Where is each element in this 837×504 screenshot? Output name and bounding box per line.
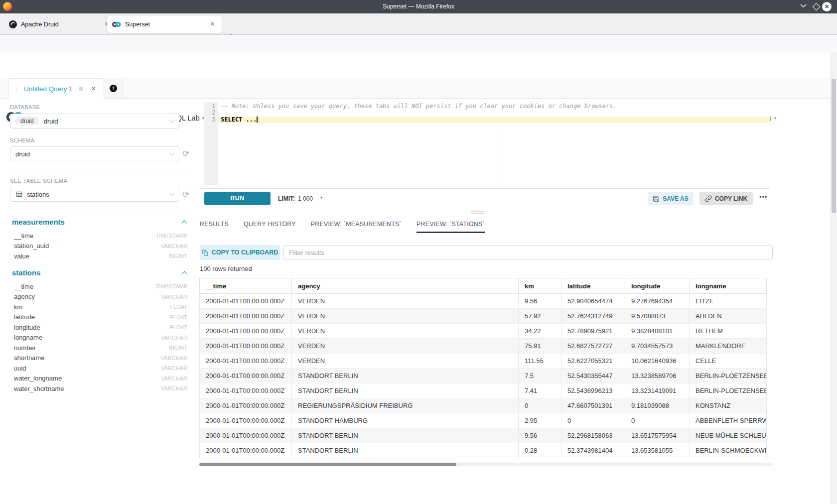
cell-longitude: 13.3231419091 bbox=[625, 383, 690, 398]
cell-km: 7.5 bbox=[519, 369, 561, 383]
column-header[interactable]: __time bbox=[200, 278, 292, 294]
collapse-chevron-icon[interactable] bbox=[181, 271, 187, 276]
cell-km: 2.95 bbox=[519, 413, 561, 428]
browser-tab-superset[interactable]: Superset ✕ bbox=[107, 15, 222, 33]
table-row[interactable]: 2000-01-01T00:00:00.000Z VERDEN 57.92 52… bbox=[200, 309, 767, 324]
new-query-tab-button[interactable]: + bbox=[104, 78, 123, 98]
column-name: __time bbox=[14, 232, 33, 240]
filter-results-input[interactable] bbox=[283, 245, 773, 260]
column-header[interactable]: longitude bbox=[625, 278, 690, 294]
copy-to-clipboard-button[interactable]: COPY TO CLIPBOARD bbox=[200, 245, 280, 260]
column-type: FLOAT bbox=[170, 324, 187, 330]
cell-latitude: 52.9040654474 bbox=[561, 294, 625, 309]
tab-close-icon[interactable]: ✕ bbox=[208, 21, 217, 27]
pane-splitter[interactable] bbox=[471, 211, 484, 216]
database-pill: druid bbox=[15, 117, 39, 126]
schema-label: SCHEMA bbox=[10, 137, 34, 143]
query-tab-title[interactable]: Untitled Query 1 bbox=[24, 85, 73, 93]
cell-time: 2000-01-01T00:00:00.000Z bbox=[200, 398, 292, 413]
druid-favicon-icon bbox=[9, 20, 17, 28]
cell-latitude: 52.3743981404 bbox=[561, 443, 625, 458]
cell-latitude: 52.6827572727 bbox=[561, 339, 625, 354]
limit-value[interactable]: 1 000 bbox=[298, 195, 313, 202]
column-header[interactable]: latitude bbox=[561, 278, 625, 294]
column-row: shortname VARCHAR bbox=[14, 353, 187, 364]
line-number: 3 bbox=[204, 117, 218, 123]
cell-km: 34.22 bbox=[519, 324, 561, 339]
table-row[interactable]: 2000-01-01T00:00:00.000Z VERDEN 111.55 5… bbox=[200, 354, 767, 369]
column-row: latitude FLOAT bbox=[14, 312, 187, 323]
tab-preview-stations[interactable]: PREVIEW: `STATIONS` bbox=[417, 221, 485, 233]
window-close-icon[interactable]: ✕ bbox=[822, 2, 832, 11]
more-options-icon[interactable]: ••• bbox=[759, 193, 768, 201]
editor-code[interactable]: -- Note: Unless you save your query, the… bbox=[218, 102, 770, 185]
refresh-table-icon[interactable]: ⟳ bbox=[182, 190, 189, 199]
cell-longitude: 13.3238589706 bbox=[625, 369, 690, 383]
cell-agency: VERDEN bbox=[292, 339, 519, 354]
collapse-chevron-icon[interactable] bbox=[181, 220, 187, 226]
cell-km: 0.28 bbox=[519, 443, 561, 458]
sql-editor[interactable]: 123 -- Note: Unless you save your query,… bbox=[204, 102, 770, 185]
table-row[interactable]: 2000-01-01T00:00:00.000Z STANDORT BERLIN… bbox=[200, 369, 767, 383]
window-maximize-icon[interactable] bbox=[814, 4, 819, 9]
table-row[interactable]: 2000-01-01T00:00:00.000Z STANDORT BERLIN… bbox=[200, 383, 767, 398]
column-row: agency VARCHAR bbox=[14, 292, 187, 302]
query-tab-active[interactable]: ⋮ Untitled Query 1 ✕ bbox=[8, 78, 104, 99]
column-row: water_shortname VARCHAR bbox=[14, 383, 187, 394]
column-header[interactable]: agency bbox=[292, 278, 519, 294]
cell-latitude: 52.2968158063 bbox=[561, 428, 625, 443]
cell-km: 111.55 bbox=[519, 354, 561, 369]
refresh-schema-icon[interactable]: ⟳ bbox=[182, 149, 189, 158]
column-row: value BIGINT bbox=[14, 251, 187, 261]
schema-select[interactable]: druid bbox=[10, 146, 179, 161]
table-row[interactable]: 2000-01-01T00:00:00.000Z VERDEN 34.22 52… bbox=[200, 324, 767, 339]
run-button[interactable]: RUN bbox=[204, 192, 271, 205]
table-section-stations[interactable]: stations bbox=[12, 268, 41, 277]
table-row[interactable]: 2000-01-01T00:00:00.000Z STANDORT BERLIN… bbox=[200, 443, 767, 458]
table-row[interactable]: 2000-01-01T00:00:00.000Z STANDORT HAMBUR… bbox=[200, 413, 767, 428]
drag-handle-icon[interactable]: ⋮ bbox=[13, 85, 20, 93]
cell-time: 2000-01-01T00:00:00.000Z bbox=[200, 443, 292, 458]
column-row: km FLOAT bbox=[14, 302, 187, 312]
cell-longname: CELLE bbox=[690, 354, 767, 369]
table-row[interactable]: 2000-01-01T00:00:00.000Z VERDEN 75.91 52… bbox=[200, 339, 767, 354]
browser-toolbar: ← → 172.18.0.4:32251/superset/sqllab/ ☆ … bbox=[0, 35, 837, 52]
column-row: __time TIMESTAMP bbox=[14, 231, 187, 241]
column-header[interactable]: km bbox=[519, 278, 561, 294]
cell-agency: STANDORT BERLIN bbox=[292, 428, 519, 443]
editor-gutter: 123 bbox=[204, 102, 218, 185]
column-header[interactable]: longname bbox=[690, 278, 767, 294]
column-name: number bbox=[14, 344, 36, 352]
cell-km: 9.56 bbox=[519, 294, 561, 309]
text-cursor bbox=[257, 117, 258, 123]
tab-query-history[interactable]: QUERY HISTORY bbox=[244, 221, 296, 233]
tab-preview-measurements[interactable]: PREVIEW: `MEASUREMENTS` bbox=[311, 221, 402, 233]
table-row[interactable]: 2000-01-01T00:00:00.000Z STANDORT BERLIN… bbox=[200, 428, 767, 443]
table-row[interactable]: 2000-01-01T00:00:00.000Z VERDEN 9.56 52.… bbox=[200, 294, 767, 309]
caret-down-icon[interactable]: ▾ bbox=[320, 195, 322, 200]
column-type: VARCHAR bbox=[161, 385, 187, 391]
unsaved-indicator bbox=[79, 87, 83, 91]
column-name: value bbox=[14, 252, 29, 260]
plus-circle-icon: + bbox=[110, 85, 117, 92]
column-type: TIMESTAMP bbox=[156, 233, 187, 239]
limit-label: LIMIT: bbox=[278, 195, 295, 202]
table-icon bbox=[15, 191, 23, 198]
sidebar-divider bbox=[10, 170, 188, 170]
window-minimize-icon[interactable] bbox=[800, 4, 807, 8]
save-as-button[interactable]: SAVE AS bbox=[648, 192, 694, 205]
cell-agency: STANDORT BERLIN bbox=[292, 443, 519, 458]
column-type: FLOAT bbox=[170, 304, 187, 310]
table-row[interactable]: 2000-01-01T00:00:00.000Z REGIERUNGSPRÄSI… bbox=[200, 398, 767, 413]
database-select[interactable]: druid druid bbox=[10, 114, 179, 128]
tab-results[interactable]: RESULTS bbox=[200, 221, 229, 233]
cell-latitude: 52.5430355447 bbox=[561, 369, 625, 383]
browser-tab-apache-druid[interactable]: Apache Druid ✕ bbox=[4, 15, 116, 33]
table-select[interactable]: stations bbox=[10, 187, 179, 202]
query-tab-close-icon[interactable]: ✕ bbox=[91, 85, 96, 92]
copy-link-button[interactable]: COPY LINK bbox=[699, 192, 753, 205]
vertical-scrollbar-thumb[interactable] bbox=[832, 79, 836, 213]
column-name: water_shortname bbox=[14, 385, 64, 392]
horizontal-scrollbar-thumb[interactable] bbox=[199, 463, 456, 466]
table-section-measurements[interactable]: measurements bbox=[12, 218, 65, 226]
